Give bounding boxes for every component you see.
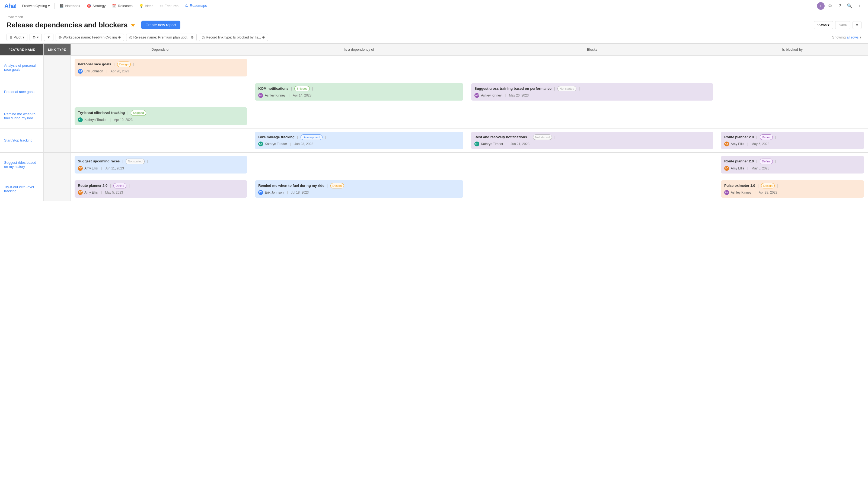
- card-title: Bike mileage tracking: [258, 135, 294, 139]
- nav-item-strategy[interactable]: 🎯 Strategy: [84, 3, 108, 9]
- card-meta: AK Ashley Kinney | Apr 28, 2023: [724, 190, 861, 195]
- dependency-card[interactable]: Rest and recovery notifications | Not st…: [471, 132, 713, 150]
- ideas-icon: 💡: [139, 4, 144, 8]
- nav-item-notebook[interactable]: 📓 Notebook: [57, 3, 83, 9]
- dependency-card[interactable]: Route planner 2.0 | Define | AE Amy Elli…: [721, 132, 864, 150]
- star-icon[interactable]: ★: [130, 22, 135, 28]
- col-header-feature-name: FEATURE NAME: [0, 44, 44, 56]
- depends-on-cell: [71, 80, 251, 104]
- feature-link[interactable]: Personal race goals: [4, 90, 40, 94]
- table-row: Try-it-out elite-level tracking Route pl…: [0, 177, 868, 201]
- is-dependency-of-cell: [251, 153, 467, 177]
- person-name: Ashley Kinney: [481, 93, 501, 98]
- dependency-card[interactable]: Route planner 2.0 | Define | AE Amy Elli…: [721, 156, 864, 173]
- date-text: Apr 28, 2023: [759, 190, 777, 195]
- filter-workspace[interactable]: ◎ Workspace name: Fredwin Cycling ⊕: [56, 34, 124, 41]
- filter-link-type[interactable]: ◎ Record link type: Is blocked by, Is...…: [199, 34, 268, 41]
- feature-link[interactable]: Remind me when to fuel during my ride: [4, 112, 40, 120]
- link-type-cell: [44, 80, 71, 104]
- notebook-icon: 📓: [59, 4, 64, 8]
- feature-link[interactable]: Analysis of personal race goals: [4, 63, 40, 72]
- chevron-icon: ⊕: [262, 35, 265, 39]
- create-report-button[interactable]: Create new report: [141, 21, 180, 29]
- help-icon[interactable]: ?: [835, 2, 844, 10]
- status-badge: Not started: [533, 134, 552, 140]
- date-text: Jun 11, 2023: [105, 166, 124, 171]
- page-header: Pivot report Release dependencies and bl…: [0, 12, 868, 31]
- person-avatar: AE: [724, 141, 729, 147]
- add-icon[interactable]: +: [855, 2, 864, 10]
- table-header-row: FEATURE NAME LINK TYPE Depends on Is a d…: [0, 44, 868, 56]
- strategy-icon: 🎯: [87, 4, 91, 8]
- nav-item-features[interactable]: ⚏ Features: [157, 3, 181, 9]
- dependency-card[interactable]: Route planner 2.0 | Define | AE Amy Elli…: [74, 180, 247, 198]
- table-row: Personal race goals KOM notifications | …: [0, 80, 868, 104]
- header-actions: Views ▾ Save ⬆: [814, 21, 862, 29]
- card-meta: KT Kathryn Tirador | Apr 10, 2023: [78, 118, 244, 122]
- is-blocked-by-cell: [717, 80, 868, 104]
- pivot-button[interactable]: ⊞ Pivot ▾: [6, 34, 27, 41]
- date-text: Apr 14, 2023: [293, 93, 311, 98]
- export-button[interactable]: ⬆: [852, 21, 862, 29]
- dependency-card[interactable]: Suggest upcoming races | Not started | A…: [74, 156, 247, 173]
- depends-on-cell: Suggest upcoming races | Not started | A…: [71, 153, 251, 177]
- card-title: Route planner 2.0: [724, 135, 754, 139]
- person-name: Ashley Kinney: [265, 93, 285, 98]
- pivot-icon: ⊞: [9, 35, 12, 39]
- showing-text: Showing all rows ▾: [832, 35, 862, 39]
- dependency-card[interactable]: Bike mileage tracking | Development | KT…: [255, 132, 463, 150]
- person-avatar: AK: [258, 93, 263, 98]
- dependency-card[interactable]: Try-it-out elite-level tracking | Shippe…: [74, 107, 247, 125]
- feature-link[interactable]: Suggest rides based on my history: [4, 161, 40, 169]
- filter-button[interactable]: ▼: [44, 34, 54, 41]
- card-meta: AE Amy Ellis | May 5, 2023: [724, 141, 861, 147]
- filter-icon: ▼: [47, 35, 51, 39]
- table-row: Analysis of personal race goals Personal…: [0, 56, 868, 80]
- nav-item-releases[interactable]: 📅 Releases: [109, 3, 135, 9]
- date-text: Jun 21, 2023: [510, 141, 529, 147]
- col-header-blocks: Blocks: [467, 44, 717, 56]
- person-name: Amy Ellis: [731, 141, 744, 147]
- person-avatar: AE: [78, 190, 83, 195]
- table-row: Start/stop tracking Bike mileage trackin…: [0, 128, 868, 153]
- card-title: KOM notifications: [258, 87, 288, 91]
- settings-icon[interactable]: ⚙: [826, 2, 834, 10]
- dependency-card[interactable]: Remind me when to fuel during my ride | …: [255, 180, 463, 198]
- link-type-cell: [44, 128, 71, 153]
- nav-label-ideas: Ideas: [145, 4, 154, 8]
- dependency-card[interactable]: KOM notifications | Shipped | AK Ashley …: [255, 83, 463, 101]
- releases-icon: 📅: [112, 4, 116, 8]
- save-button[interactable]: Save: [835, 21, 850, 29]
- settings-tool-button[interactable]: ⚙ ▾: [30, 34, 42, 41]
- nav-item-ideas[interactable]: 💡 Ideas: [136, 3, 156, 9]
- search-icon[interactable]: 🔍: [845, 2, 854, 10]
- filter-release[interactable]: ◎ Release name: Premium plan upd... ⊕: [126, 34, 196, 41]
- all-rows-link[interactable]: all rows: [846, 35, 859, 39]
- filter-release-icon: ◎: [129, 35, 132, 39]
- is-blocked-by-cell: [717, 56, 868, 80]
- person-name: Amy Ellis: [84, 166, 98, 171]
- user-avatar[interactable]: F: [817, 2, 825, 10]
- workspace-selector[interactable]: Fredwin Cycling ▾: [20, 3, 52, 9]
- nav-label-strategy: Strategy: [93, 4, 105, 8]
- views-button[interactable]: Views ▾: [814, 21, 833, 29]
- dependency-card[interactable]: Suggest cross training based on performa…: [471, 83, 713, 101]
- blocks-cell: [467, 177, 717, 201]
- person-avatar: AK: [474, 93, 479, 98]
- dependency-card[interactable]: Pulse oximeter 1.0 | Design | AK Ashley …: [721, 180, 864, 198]
- app-logo[interactable]: Aha!: [4, 2, 17, 9]
- nav-label-notebook: Notebook: [65, 4, 80, 8]
- nav-item-roadmaps[interactable]: 🗂 Roadmaps: [182, 2, 210, 9]
- feature-link[interactable]: Try-it-out elite-level tracking: [4, 185, 40, 193]
- card-title: Pulse oximeter 1.0: [724, 184, 755, 188]
- status-badge: Design: [117, 62, 131, 67]
- dependency-card[interactable]: Personal race goals | Design | EJ Erik J…: [74, 59, 247, 76]
- is-blocked-by-cell: [717, 104, 868, 129]
- card-title: Suggest upcoming races: [78, 159, 120, 163]
- table-row: Suggest rides based on my history Sugges…: [0, 153, 868, 177]
- nav-label-releases: Releases: [118, 4, 132, 8]
- status-badge: Not started: [557, 86, 577, 92]
- status-badge: Shipped: [131, 110, 146, 116]
- feature-link[interactable]: Start/stop tracking: [4, 138, 40, 142]
- person-name: Kathryn Tirador: [84, 118, 106, 122]
